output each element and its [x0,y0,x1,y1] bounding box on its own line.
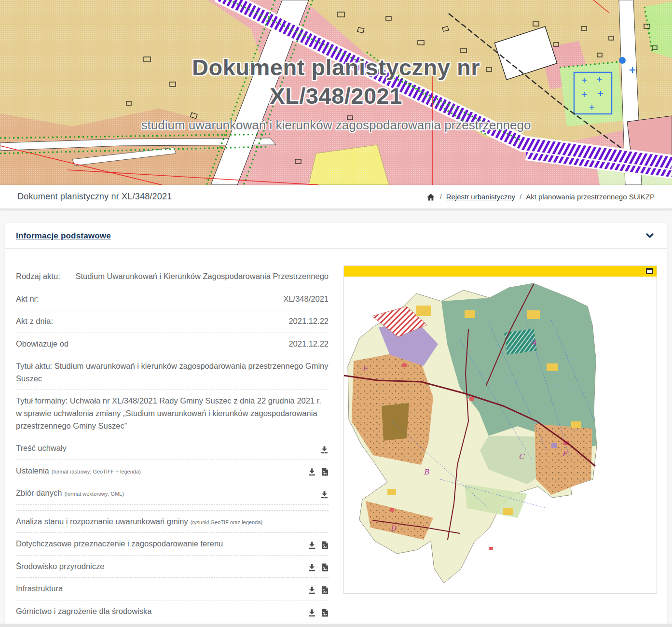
detail-row-zbior-danych: Zbiór danych(format wektorowy: GML) [16,482,329,505]
detail-row-infrastruktura: Infrastruktura [16,578,329,600]
breadcrumb-current: Akt planowania przestrzennego SUiKZP [526,193,655,201]
footer-strip [0,624,672,627]
detail-row-tytul-formalny: Tytuł formalny: Uchwała nr XL/348/2021 R… [16,390,329,437]
row-text: Treść uchwały [16,444,67,452]
row-actions [308,586,329,595]
row-actions [320,490,329,500]
page-title: Dokument planistyczny nr XL/348/2021 [17,192,172,202]
breadcrumb-bar: Dokument planistyczny nr XL/348/2021 / R… [0,185,672,209]
row-text: Dotychczasowe przeznaczenie i zagospodar… [16,539,223,548]
file-image-icon[interactable] [321,563,329,571]
map-label-a: A [531,338,537,347]
row-value: 2021.12.22 [288,315,329,328]
detail-row-tytul-aktu: Tytuł aktu: Studium uwarunkowań i kierun… [16,355,329,390]
page: Dokument planistyczny nr XL/348/2021 stu… [0,0,672,627]
row-actions [308,468,329,477]
download-icon[interactable] [308,468,316,476]
row-text: Tytuł formalny: Uchwała nr XL/348/2021 R… [16,396,321,430]
download-icon[interactable] [308,563,316,571]
details-list: Rodzaj aktu: Studium Uwarunkowań i Kieru… [16,265,329,627]
map-preview-panel[interactable]: A B C D E F [343,265,657,594]
row-actions [308,609,329,618]
detail-row-gornictwo: Górnictwo i zagrożenie dla środowiska [16,600,329,623]
row-text: Ustalenia [16,466,49,475]
file-image-icon[interactable] [321,468,329,476]
row-note: (format wektorowy: GML) [64,491,123,497]
row-note: (format rastrowy: GeoTIFF + legenda) [52,469,141,474]
detail-row-analiza: Analiza stanu i rozpoznanie uwarunkowań … [16,511,329,533]
row-label: Akt z dnia: [16,315,53,328]
detail-row-rodzaj-aktu: Rodzaj aktu: Studium Uwarunkowań i Kieru… [16,265,329,288]
row-value: Studium Uwarunkowań i Kierunków Zagospod… [75,270,329,283]
map-label-b: B [424,468,429,476]
window-icon[interactable] [646,267,653,276]
row-actions [308,563,329,572]
info-card: Informacje podstawowe Rodzaj aktu: Studi… [5,223,667,627]
home-icon[interactable] [426,193,435,201]
row-text: Tytuł aktu: Studium uwarunkowań i kierun… [16,362,329,383]
map-panel-header[interactable] [344,266,657,277]
detail-row-obowiazuje-od: Obowiazuje od 2021.12.22 [16,333,329,356]
section-title-link[interactable]: Informacje podstawowe [16,231,111,241]
row-text: Zbiór danych [16,488,62,497]
detail-row-akt-z-dnia: Akt z dnia: 2021.12.22 [16,310,329,333]
download-icon[interactable] [308,586,316,594]
hero-banner: Dokument planistyczny nr XL/348/2021 stu… [0,0,672,185]
map-label-c: C [519,452,525,461]
file-image-icon[interactable] [321,586,329,594]
section-header: Informacje podstawowe [5,223,667,249]
hero-map [0,0,672,185]
download-icon[interactable] [320,446,329,454]
detail-row-srodowisko: Środowisko przyrodnicze [16,556,329,578]
detail-row-dotychczasowe: Dotychczasowe przeznaczenie i zagospodar… [16,533,329,556]
row-text: Analiza stanu i rozpoznanie uwarunkowań … [16,517,188,526]
download-icon[interactable] [308,541,316,549]
file-image-icon[interactable] [321,541,329,549]
row-text: Górnictwo i zagrożenie dla środowiska [16,607,152,615]
row-value: XL/348/2021 [283,293,329,306]
download-icon[interactable] [320,490,329,499]
row-text: Infrastruktura [16,584,63,593]
card-body: Rodzaj aktu: Studium Uwarunkowań i Kieru… [5,249,667,627]
row-label: Akt nr: [16,293,39,306]
row-actions [320,446,329,455]
breadcrumb-link-rejestr[interactable]: Rejestr urbanistyczny [446,193,515,201]
download-icon[interactable] [308,609,316,617]
breadcrumb-separator: / [439,193,441,201]
row-label: Obowiazuje od [16,338,69,350]
file-image-icon[interactable] [321,609,329,617]
row-note: (rysunki GeoTIF oraz legenda) [191,519,262,525]
detail-row-ustalenia: Ustalenia(format rastrowy: GeoTIFF + leg… [16,460,329,483]
detail-row-tresc-uchwaly: Treść uchwały [16,437,329,460]
detail-row-akt-nr: Akt nr: XL/348/2021 [16,288,329,311]
municipality-map-preview[interactable]: A B C D E F [344,277,657,593]
row-actions [308,541,329,550]
chevron-down-icon[interactable] [645,232,655,240]
breadcrumb-separator: / [520,193,521,201]
row-text: Środowisko przyrodnicze [16,562,104,571]
map-label-d: D [390,524,397,533]
breadcrumb: / Rejestr urbanistyczny / Akt planowania… [426,192,655,201]
row-value: 2021.12.22 [288,338,329,350]
detail-row-spacer [16,505,329,511]
row-label: Rodzaj aktu: [16,270,60,283]
